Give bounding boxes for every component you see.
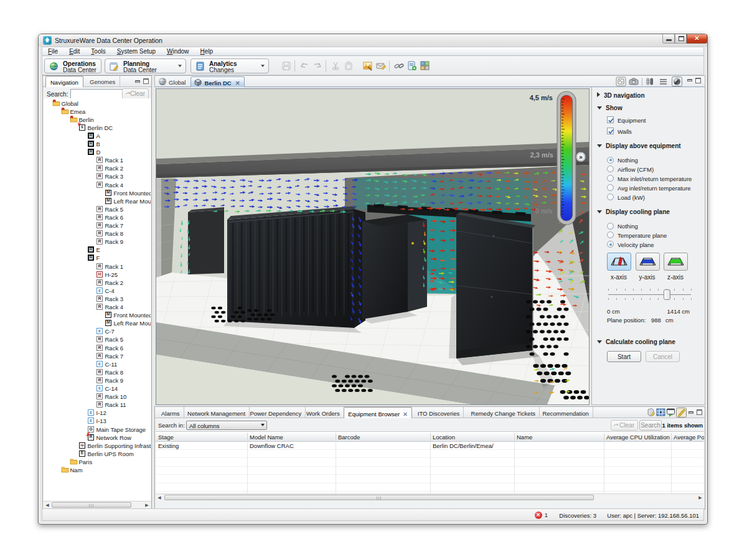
column-header-stage[interactable]: Stage (156, 434, 247, 442)
radio-nothing[interactable]: Nothing (607, 223, 638, 230)
menu-item-edit[interactable]: Edit (63, 47, 85, 56)
section-display-above-equipment[interactable]: Display above equipment (597, 142, 681, 149)
mail-icon[interactable] (376, 61, 386, 71)
list-icon[interactable] (659, 77, 669, 86)
radio-temperature-plane[interactable]: Temperature plane (607, 232, 667, 239)
menu-item-tools[interactable]: Tools (85, 47, 111, 56)
perspective-operations-button[interactable]: OperationsData Center (44, 58, 101, 73)
perspective-analytics-button[interactable]: AnalyticsChanges (190, 58, 269, 73)
radio-nothing[interactable]: Nothing (607, 157, 638, 164)
column-header-model-name[interactable]: Model Name (247, 434, 336, 442)
window-maximize-button[interactable] (675, 34, 687, 44)
section-show[interactable]: Show (597, 105, 622, 111)
tab-equipment-browser[interactable]: Equipment Browser✕ (344, 407, 411, 418)
section-3d-navigation[interactable]: 3D navigation (597, 92, 645, 99)
tab-power-dependency[interactable]: Power Dependency (246, 407, 306, 418)
column-header-average-pow[interactable]: Average Pow (671, 434, 704, 442)
menu-item-file[interactable]: File (42, 47, 63, 56)
title-bar[interactable]: StruxureWare Data Center Operation ✕ (39, 34, 707, 47)
export-image-icon[interactable] (363, 61, 373, 71)
cut-icon[interactable] (331, 61, 341, 71)
close-tab-icon[interactable]: ✕ (403, 411, 408, 418)
maximize-panel-icon[interactable] (143, 78, 149, 84)
start-button[interactable]: Start (607, 351, 641, 362)
cancel-button[interactable]: Cancel (646, 351, 680, 362)
column-header-location[interactable]: Location (430, 434, 514, 442)
edit-page-icon[interactable] (646, 408, 657, 418)
maximize-editor-icon[interactable] (695, 78, 701, 83)
save-icon[interactable] (281, 61, 291, 71)
table-horizontal-scrollbar[interactable]: ◀ ▶ (156, 493, 704, 501)
section-calculate-cooling-plane[interactable]: Calculate cooling plane (597, 338, 675, 345)
y-axis-button[interactable] (636, 253, 660, 271)
redo-icon[interactable] (312, 61, 322, 71)
table-search-button[interactable]: Search (639, 420, 662, 431)
editor-tab-berlin-dc[interactable]: Berlin DC✕ (190, 77, 244, 87)
table-grid-icon[interactable] (656, 408, 667, 418)
plane-position-slider[interactable] (608, 294, 691, 295)
scroll-left-icon[interactable]: ◀ (44, 502, 51, 508)
legend-expand-button[interactable]: » (576, 152, 586, 162)
search-input[interactable] (70, 89, 123, 99)
minimize-panel-icon[interactable] (135, 80, 140, 83)
tab-recommendation[interactable]: Recommendation (538, 407, 593, 418)
3d-viewport[interactable]: »4,5 m/s2,3 m/s0 m/s (156, 88, 590, 405)
radio-max-inlet-return-temperature[interactable]: Max inlet/return temperature (607, 175, 692, 182)
window-title: StruxureWare Data Center Operation (55, 37, 162, 44)
menu-item-help[interactable]: Help (195, 47, 219, 56)
section-display-cooling-plane[interactable]: Display cooling plane (597, 208, 670, 215)
monitor-icon[interactable] (666, 408, 677, 418)
slider-thumb[interactable] (664, 289, 670, 300)
radio-airflow-cfm-[interactable]: Airflow (CFM) (607, 166, 654, 173)
perspective-planning-button[interactable]: PlanningData Center (105, 58, 186, 73)
minimize-panel-icon[interactable] (688, 411, 693, 414)
radio-avg-inlet-return-temperature[interactable]: Avg inlet/return temperature (607, 185, 691, 192)
tab-alarms[interactable]: Alarms (157, 407, 184, 418)
menu-item-window[interactable]: Window (161, 47, 195, 56)
columns-icon[interactable] (646, 77, 656, 86)
window-close-button[interactable]: ✕ (687, 34, 707, 44)
editor-tab-global[interactable]: Global (156, 77, 189, 87)
tree-horizontal-scrollbar[interactable]: ◀ ▶ (44, 501, 151, 508)
radio-velocity-plane[interactable]: Velocity plane (607, 241, 654, 248)
maximize-panel-icon[interactable] (697, 409, 702, 415)
menu-item-system-setup[interactable]: System Setup (111, 47, 161, 56)
status-error[interactable]: ✕ 1 (545, 511, 548, 518)
grid-icon[interactable] (420, 61, 430, 71)
tree-item-label: C-7 (105, 328, 115, 335)
slider-tick (683, 298, 684, 300)
link-icon[interactable] (394, 61, 404, 71)
window-minimize-button[interactable] (662, 34, 675, 44)
x-axis-button[interactable] (607, 253, 631, 271)
undo-icon[interactable] (299, 61, 309, 71)
new-report-icon[interactable] (407, 61, 417, 71)
app-window: StruxureWare Data Center Operation ✕ Fil… (38, 34, 708, 525)
table-clear-button[interactable]: Clear (611, 420, 638, 431)
radio-load-kw-[interactable]: Load (kW) (607, 194, 645, 201)
column-header-name[interactable]: Name (514, 434, 604, 442)
column-header-average-cpu-utilization-[interactable]: Average CPU Utilization ... (604, 434, 671, 442)
column-header-barcode[interactable]: Barcode (336, 434, 430, 442)
checkbox-equipment[interactable]: Equipment (607, 117, 646, 124)
tab-navigation[interactable]: Navigation (45, 76, 83, 87)
minimize-editor-icon[interactable] (687, 79, 692, 82)
camera-icon[interactable] (629, 77, 639, 86)
scroll-right-icon[interactable]: ▶ (143, 502, 151, 508)
pen-mode-icon[interactable] (676, 408, 687, 418)
tab-work-orders[interactable]: Work Orders (303, 407, 344, 418)
perspective-view-icon[interactable] (616, 77, 626, 86)
close-tab-icon[interactable]: ✕ (235, 80, 240, 86)
search-column-combobox[interactable]: All columns (186, 421, 267, 430)
globe-mode-icon[interactable] (672, 77, 682, 86)
row-icon: R (87, 132, 95, 139)
z-axis-button[interactable] (664, 253, 688, 271)
tab-genomes[interactable]: Genomes (85, 76, 120, 87)
scroll-left-icon[interactable]: ◀ (156, 494, 163, 501)
tab-ito-discoveries[interactable]: ITO Discoveries (414, 407, 464, 418)
scroll-right-icon[interactable]: ▶ (697, 494, 704, 501)
checkbox-walls[interactable]: Walls (607, 128, 632, 135)
folder-flag-icon (61, 108, 68, 115)
paste-icon[interactable] (344, 61, 354, 71)
tab-remedy-change-tickets[interactable]: Remedy Change Tickets (467, 407, 540, 418)
tab-network-management[interactable]: Network Management (184, 407, 250, 418)
